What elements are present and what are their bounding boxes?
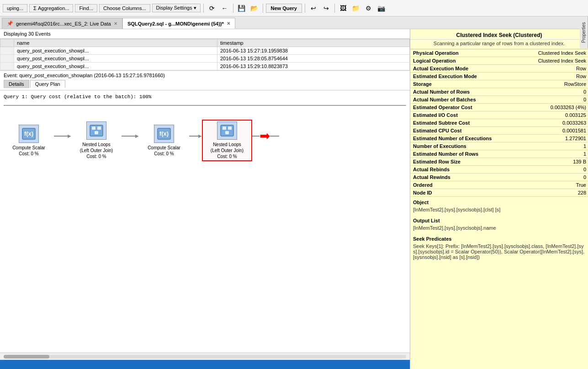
arrow-2: ▶ [135, 133, 139, 138]
toolbar-settings-icon[interactable]: ⚙ [363, 3, 374, 14]
properties-sidebar-label[interactable]: Properties [580, 16, 588, 48]
row-num-0 [0, 47, 14, 55]
line-4b [270, 136, 279, 137]
toolbar-refresh-icon[interactable]: ⟳ [207, 3, 217, 14]
toolbar-open-icon[interactable]: 📂 [249, 3, 260, 14]
svg-rect-5 [95, 131, 98, 134]
line-1 [54, 136, 68, 137]
col-name: name [14, 39, 217, 47]
toolbar-choose-columns-btn[interactable]: Choose Columns... [99, 4, 150, 12]
toolbar-back-icon[interactable]: ← [219, 3, 230, 14]
props-label-6: Actual Number of Batches [410, 96, 508, 104]
separator-4 [305, 4, 305, 13]
event-label: Event: query_post_execution_showplan (20… [4, 73, 406, 78]
props-tbody: Physical Operation Clustered Index Seek … [410, 49, 588, 197]
arrow-3: ▶ [198, 133, 202, 138]
tab-sql-query-label: SQLQuery2.sql - g...MOND\genemi (54))* [127, 21, 224, 26]
props-value-9: 0.0033263 [508, 119, 588, 127]
plan-node-2[interactable]: Nested Loops(Left Outer Join) Cost: 0 % [71, 121, 122, 159]
props-value-6: 0 [508, 96, 588, 104]
compute-scalar-icon-1: f(x) [21, 127, 36, 140]
row-name-2: query_post_execution_showpl... [14, 63, 217, 70]
table-row[interactable]: query_post_execution_showpl... 2016-06-1… [0, 63, 410, 70]
props-table: Physical Operation Clustered Index Seek … [410, 49, 588, 197]
hscroll-area[interactable] [0, 353, 410, 360]
props-value-15: 0 [508, 166, 588, 174]
row-num-2 [0, 63, 14, 70]
props-label-1: Logical Operation [410, 57, 508, 65]
props-label-18: Node ID [410, 189, 508, 197]
new-query-button[interactable]: New Query [266, 4, 302, 13]
tab-query-plan[interactable]: Query Plan [30, 80, 65, 88]
props-value-16: 0 [508, 174, 588, 181]
compute-scalar-icon-3: f(x) [157, 127, 171, 140]
table-row[interactable]: query_post_execution_showpl... 2016-06-1… [0, 47, 410, 55]
props-label-15: Actual Rebinds [410, 166, 508, 174]
toolbar-camera-icon[interactable]: 📷 [376, 3, 387, 14]
toolbar-find-btn[interactable]: Find... [75, 4, 97, 12]
props-row: Estimated Number of Rows 1 [410, 150, 588, 158]
svg-rect-11 [225, 131, 229, 134]
section-header-1: Output List [410, 215, 588, 224]
tab-sql-query[interactable]: SQLQuery2.sql - g...MOND\genemi (54))* ✕ [122, 18, 235, 29]
query-plan-area[interactable]: Query 1: Query cost (relative to the bat… [0, 90, 410, 353]
props-row: Estimated Row Size 139 B [410, 158, 588, 166]
row-timestamp-1: 2016-06-13 15:28:05.8754644 [217, 55, 409, 63]
tab-live-data[interactable]: 📌 genemi4f\sql2016rc...xec_ES_2: Live Da… [2, 18, 122, 29]
toolbar-grouping-btn[interactable]: uping... [3, 4, 27, 12]
props-row: Logical Operation Clustered Index Seek [410, 57, 588, 65]
plan-node-3-icon-wrap: f(x) [154, 125, 174, 145]
props-label-0: Physical Operation [410, 49, 508, 57]
separator-1 [203, 4, 204, 13]
table-row[interactable]: query_post_execution_showpl... 2016-06-1… [0, 55, 410, 63]
props-label-10: Estimated CPU Cost [410, 127, 508, 135]
props-subtitle: Scanning a particular range of rows from… [410, 40, 588, 49]
row-timestamp-0: 2016-06-13 15:27:19.1959838 [217, 47, 409, 55]
hscroll-track[interactable] [4, 355, 406, 358]
props-label-3: Estimated Execution Mode [410, 73, 508, 80]
detail-tabs: Details Query Plan [4, 80, 406, 88]
toolbar-display-settings-btn[interactable]: Display Settings ▾ [152, 4, 201, 12]
toolbar-screenshot-icon[interactable]: 🖼 [338, 3, 349, 14]
props-row: Estimated Subtree Cost 0.0033263 [410, 119, 588, 127]
arrow-1: ▶ [68, 133, 71, 138]
separator-3 [263, 4, 263, 13]
row-timestamp-2: 2016-06-13 15:29:10.8823873 [217, 63, 409, 70]
toolbar-save-icon[interactable]: 💾 [236, 3, 247, 14]
plan-diagram: f(x) Compute Scalar Cost: 0 % ▶ [4, 111, 406, 170]
toolbar-undo-icon[interactable]: ↩ [308, 3, 319, 14]
plan-node-3[interactable]: f(x) Compute Scalar Cost: 0 % [139, 125, 189, 157]
props-value-11: 1.272901 [508, 135, 588, 142]
toolbar-aggregation-btn[interactable]: Σ Aggregation... [29, 4, 73, 12]
props-value-1: Clustered Index Seek [508, 57, 588, 65]
props-label-12: Number of Executions [410, 142, 508, 150]
tab-live-data-close[interactable]: ✕ [114, 21, 117, 26]
svg-text:f(x): f(x) [24, 130, 33, 137]
plan-node-1[interactable]: f(x) Compute Scalar Cost: 0 % [4, 125, 54, 157]
events-bar: Displaying 30 Events [0, 29, 410, 39]
svg-rect-4 [97, 127, 101, 130]
props-value-3: Row [508, 73, 588, 80]
toolbar: uping... Σ Aggregation... Find... Choose… [0, 0, 588, 16]
props-label-16: Actual Rewinds [410, 174, 508, 181]
tab-sql-query-close[interactable]: ✕ [227, 21, 230, 26]
tab-live-data-label: genemi4f\sql2016rc...xec_ES_2: Live Data [16, 21, 111, 26]
props-row: Estimated CPU Cost 0.0001581 [410, 127, 588, 135]
row-name-0: query_post_execution_showpl... [14, 47, 217, 55]
props-label-2: Actual Execution Mode [410, 65, 508, 73]
props-label-8: Estimated I/O Cost [410, 111, 508, 119]
status-bar [0, 360, 410, 369]
toolbar-folder-icon[interactable]: 📁 [350, 3, 361, 14]
props-label-13: Estimated Number of Rows [410, 150, 508, 158]
section-content-1: [InMemTest2].[sys].[sysclsobjs].name [410, 224, 588, 233]
props-value-8: 0.003125 [508, 111, 588, 119]
plan-node-1-icon-wrap: f(x) [19, 125, 39, 145]
tab-details[interactable]: Details [4, 80, 29, 88]
events-table-container[interactable]: name timestamp query_post_execution_show… [0, 39, 410, 70]
hscroll-thumb[interactable] [4, 355, 49, 358]
section-header-2: Seek Predicates [410, 233, 588, 242]
tab-pin-icon: 📌 [7, 21, 13, 26]
plan-node-4[interactable]: Nested Loops(Left Outer Join) Cost: 0 % [202, 120, 252, 161]
toolbar-redo-icon[interactable]: ↪ [321, 3, 332, 14]
props-row: Estimated Execution Mode Row [410, 73, 588, 80]
